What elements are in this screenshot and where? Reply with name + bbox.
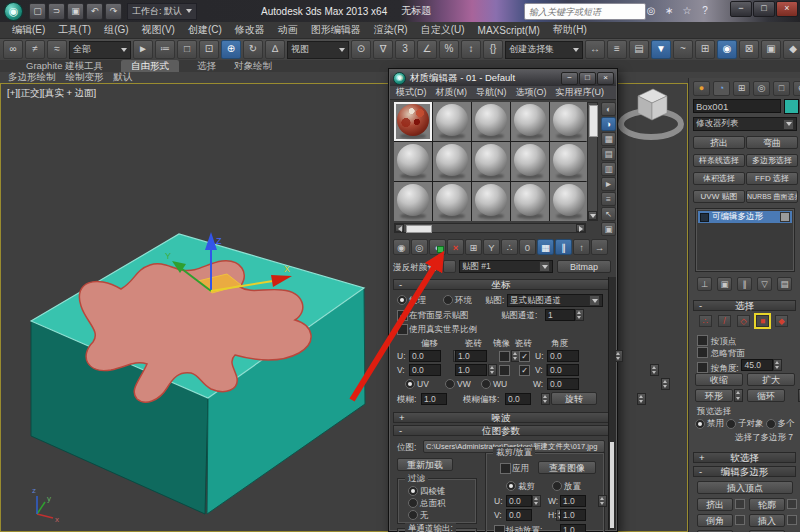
- subobject-polygon-icon[interactable]: ■: [756, 315, 769, 327]
- w-angle-spinner[interactable]: [661, 378, 670, 390]
- material-slot[interactable]: [511, 102, 549, 141]
- select-and-manipulate-icon[interactable]: ∇: [373, 40, 393, 59]
- show-map-in-viewport-icon[interactable]: ▦: [537, 239, 554, 255]
- menu-navigation[interactable]: 导航(N): [476, 86, 507, 99]
- by-vertex-checkbox[interactable]: [697, 335, 708, 346]
- menu-material[interactable]: 材质(M): [436, 86, 468, 99]
- insert-vertex-button[interactable]: 插入顶点: [697, 481, 793, 494]
- named-selection-sets-dropdown[interactable]: 创建选择集: [505, 41, 583, 59]
- ribbon-tab-selection[interactable]: 选择: [197, 60, 216, 73]
- crop-w-field[interactable]: 1.0: [560, 495, 586, 507]
- material-slot[interactable]: [472, 142, 510, 181]
- new-scene-button[interactable]: ▢: [29, 3, 46, 20]
- loop-button[interactable]: 循环: [747, 389, 785, 402]
- summed-area-radio[interactable]: [408, 498, 418, 508]
- snaps-toggle-icon[interactable]: 3: [395, 40, 415, 59]
- render-production-icon[interactable]: ◆: [783, 40, 800, 59]
- rectangular-selection-region-icon[interactable]: □: [177, 40, 197, 59]
- material-slot[interactable]: [394, 182, 432, 221]
- use-pivot-center-icon[interactable]: ⊙: [351, 40, 371, 59]
- select-and-scale-icon[interactable]: ∆: [265, 40, 285, 59]
- menu-tools[interactable]: 工具(T): [58, 23, 91, 37]
- v-angle-field[interactable]: 0.0: [547, 364, 579, 376]
- menu-modes[interactable]: 模式(D): [396, 86, 427, 99]
- modifier-stack[interactable]: 可编辑多边形: [695, 208, 795, 272]
- crop-u-spinner[interactable]: [532, 495, 541, 507]
- noise-rollout-header[interactable]: 噪波: [393, 412, 609, 423]
- menu-group[interactable]: 组(G): [104, 23, 128, 37]
- uv-radio[interactable]: [405, 379, 415, 389]
- extrude-settings-icon[interactable]: [735, 499, 745, 509]
- undo-button[interactable]: ↶: [86, 3, 103, 20]
- spinner-snap-icon[interactable]: ↕: [461, 40, 481, 59]
- modifier-button-uvw-map[interactable]: UVW 贴图: [693, 190, 745, 203]
- scrollbar-thumb[interactable]: [406, 225, 432, 233]
- put-to-library-icon[interactable]: ∴: [501, 239, 518, 255]
- bevel-button[interactable]: 倒角: [697, 514, 733, 527]
- map-channel-field[interactable]: 1: [545, 309, 575, 321]
- minimize-button[interactable]: −: [730, 1, 752, 17]
- rotate-button[interactable]: 旋转: [551, 392, 597, 405]
- open-file-button[interactable]: ⊃: [48, 3, 65, 20]
- sample-uv-tiling-icon[interactable]: ▤: [601, 147, 616, 161]
- material-slot[interactable]: [550, 182, 588, 221]
- menu-help[interactable]: 帮助(H): [553, 23, 587, 37]
- stack-item-editable-poly[interactable]: 可编辑多边形: [698, 211, 792, 223]
- select-and-link-icon[interactable]: ∞: [3, 40, 23, 59]
- modifier-list-dropdown[interactable]: 修改器列表: [693, 117, 797, 131]
- outline-button[interactable]: 轮廓: [749, 498, 785, 511]
- ring-button[interactable]: 环形: [695, 389, 733, 402]
- ribbon-toggle-icon[interactable]: ▼: [651, 40, 671, 59]
- wu-radio[interactable]: [481, 379, 491, 389]
- blur-field[interactable]: 1.0: [421, 393, 447, 405]
- material-slot[interactable]: [433, 142, 471, 181]
- tab-create-icon[interactable]: ●: [693, 81, 710, 96]
- v-offset-spinner[interactable]: [488, 364, 497, 376]
- close-button[interactable]: ×: [776, 1, 798, 17]
- selection-rollout-header[interactable]: 选择: [693, 300, 796, 311]
- subobject-vertex-icon[interactable]: ∴: [699, 315, 712, 327]
- crop-radio[interactable]: [506, 481, 516, 491]
- sample-type-icon[interactable]: ◐: [601, 102, 616, 116]
- backlight-icon[interactable]: ◑: [601, 117, 616, 131]
- v-angle-spinner[interactable]: [650, 364, 659, 376]
- u-tiling-field[interactable]: 1.0: [455, 350, 487, 362]
- visibility-toggle-icon[interactable]: [780, 212, 790, 222]
- pin-stack-icon[interactable]: ⊥: [697, 277, 712, 291]
- layer-manager-icon[interactable]: ▤: [629, 40, 649, 59]
- configure-modifier-sets-icon[interactable]: ▤: [777, 277, 792, 291]
- params-scrollbar[interactable]: [608, 277, 616, 530]
- u-tile-checkbox[interactable]: [519, 351, 530, 362]
- modifier-button-nurbs-select[interactable]: NURBS 曲面选择: [746, 190, 798, 203]
- select-object-icon[interactable]: ►: [133, 40, 153, 59]
- scroll-left-icon[interactable]: [395, 224, 404, 232]
- tab-display-icon[interactable]: □: [773, 81, 790, 96]
- select-by-material-icon[interactable]: ↖: [601, 207, 616, 221]
- u-offset-field[interactable]: 0.0: [409, 350, 441, 362]
- real-world-scale-checkbox[interactable]: [397, 324, 408, 335]
- texture-radio[interactable]: [397, 295, 407, 305]
- reset-map-icon[interactable]: ×: [447, 239, 464, 255]
- material-slot[interactable]: [472, 182, 510, 221]
- menu-maxscript[interactable]: MAXScript(M): [478, 25, 540, 36]
- reference-coordsys-dropdown[interactable]: 视图: [287, 41, 349, 59]
- v-mirror-checkbox[interactable]: [499, 365, 510, 376]
- tab-motion-icon[interactable]: ◎: [753, 81, 770, 96]
- modifier-button-extrude[interactable]: 挤出: [693, 136, 745, 149]
- crop-v-field[interactable]: 0.0: [506, 509, 532, 521]
- scroll-right-icon[interactable]: [576, 224, 585, 232]
- view-image-button[interactable]: 查看图像: [538, 461, 596, 474]
- menu-modifiers[interactable]: 修改器: [235, 23, 265, 37]
- u-angle-field[interactable]: 0.0: [547, 350, 579, 362]
- window-crossing-icon[interactable]: ⊡: [199, 40, 219, 59]
- place-radio[interactable]: [552, 481, 562, 491]
- show-end-result-icon[interactable]: ▣: [717, 277, 732, 291]
- modifier-button-bend[interactable]: 弯曲: [746, 136, 798, 149]
- sample-horizontal-scrollbar[interactable]: [394, 223, 586, 233]
- modifier-button-ffd-select[interactable]: FFD 选择: [746, 172, 798, 185]
- edit-named-sets-icon[interactable]: {}: [483, 40, 503, 59]
- schematic-view-icon[interactable]: ⊞: [695, 40, 715, 59]
- align-icon[interactable]: ≡: [607, 40, 627, 59]
- rendered-frame-window-icon[interactable]: ▣: [761, 40, 781, 59]
- mirror-icon[interactable]: ↔: [585, 40, 605, 59]
